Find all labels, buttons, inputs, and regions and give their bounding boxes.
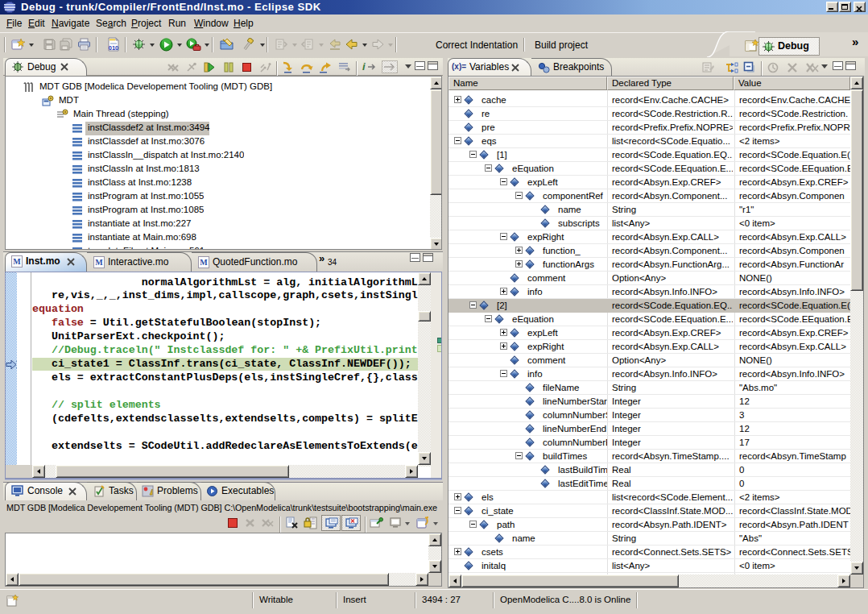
svg-text:M: M	[95, 258, 103, 267]
svg-text:M: M	[200, 258, 208, 267]
svg-text:010: 010	[109, 44, 119, 52]
svg-text:M: M	[13, 257, 21, 266]
